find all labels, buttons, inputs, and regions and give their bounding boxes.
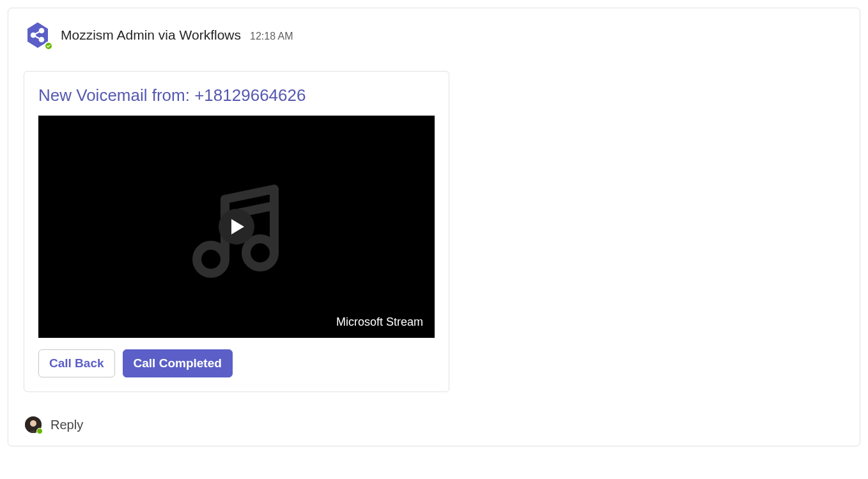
reply-label[interactable]: Reply [50,418,83,432]
message-header: Mozzism Admin via Workflows 12:18 AM [24,21,844,49]
sender-avatar[interactable] [24,21,52,49]
message-container: Mozzism Admin via Workflows 12:18 AM New… [8,8,860,446]
sender-name[interactable]: Mozzism Admin via Workflows [61,27,241,43]
play-icon [231,219,244,234]
voicemail-card: New Voicemail from: +18129664626 Microso… [24,71,449,392]
svg-point-8 [30,420,36,427]
card-actions: Call Back Call Completed [38,349,435,377]
reply-row[interactable]: Reply [24,416,844,433]
current-user-avatar[interactable] [25,416,42,433]
call-completed-button[interactable]: Call Completed [123,349,233,377]
presence-available-icon [36,428,43,434]
presence-available-icon [44,42,53,50]
sender-line: Mozzism Admin via Workflows 12:18 AM [61,27,293,43]
media-player[interactable]: Microsoft Stream [38,116,435,338]
media-provider-label: Microsoft Stream [336,316,423,329]
call-back-button[interactable]: Call Back [38,349,115,377]
play-button[interactable] [219,209,254,245]
message-timestamp: 12:18 AM [250,31,293,42]
card-title[interactable]: New Voicemail from: +18129664626 [38,86,435,105]
